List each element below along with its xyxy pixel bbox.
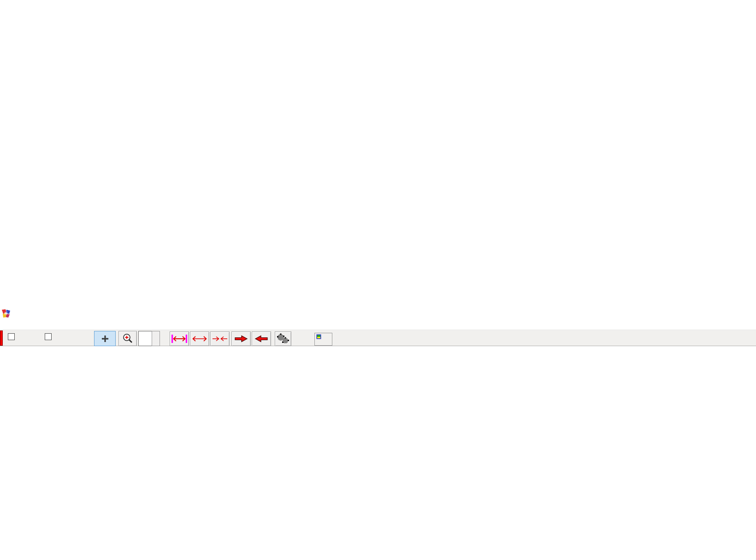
spinner-up-icon[interactable] <box>152 331 159 339</box>
plus-icon <box>101 335 109 343</box>
clipped-red-button[interactable] <box>0 330 3 346</box>
gears-button[interactable] <box>275 331 291 346</box>
spectrum-analyzer-screen <box>0 0 756 560</box>
contract-button[interactable] <box>210 331 230 346</box>
expand-button[interactable] <box>190 331 209 346</box>
targ-checkbox-box[interactable] <box>8 333 15 340</box>
add-cycle-button[interactable] <box>94 331 116 346</box>
spinner-down-icon[interactable] <box>152 339 159 346</box>
expand-bounded-arrow-icon <box>171 334 188 343</box>
contract-arrow-icon <box>212 334 228 343</box>
expand-bounded-button[interactable] <box>170 331 189 346</box>
shift-left-button[interactable] <box>252 331 271 346</box>
zoom-button[interactable] <box>118 331 137 346</box>
magnifier-plus-icon <box>122 333 134 345</box>
cycles-checkbox[interactable] <box>45 333 54 340</box>
window-title-row <box>0 306 756 329</box>
cycles-checkbox-box[interactable] <box>45 333 52 340</box>
harmonics-input[interactable] <box>138 331 152 346</box>
spectrum-analyzer-app-icon <box>1 308 11 318</box>
periodogram-panel[interactable] <box>0 0 756 305</box>
shift-left-arrow-icon <box>254 334 269 343</box>
shift-right-arrow-icon <box>234 334 248 343</box>
spectrum-panel[interactable] <box>0 346 756 560</box>
default-button[interactable] <box>314 333 332 346</box>
default-button-icon <box>316 334 321 339</box>
targ-checkbox[interactable] <box>8 333 17 340</box>
dithered-gears-icon <box>276 333 290 344</box>
expand-arrow-icon <box>191 334 208 343</box>
shift-right-button[interactable] <box>231 331 251 346</box>
harmonics-spinner[interactable] <box>152 331 160 346</box>
toolbar <box>0 330 756 346</box>
